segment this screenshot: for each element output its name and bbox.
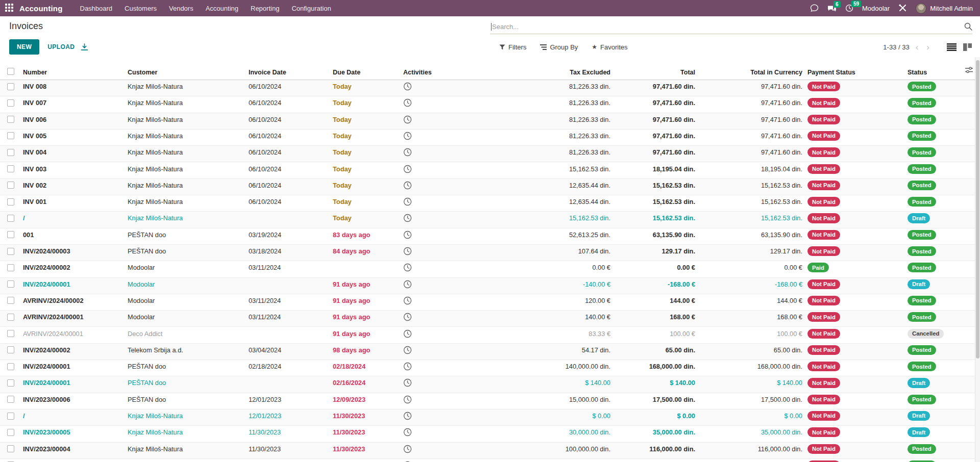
table-row[interactable]: / Knjaz Miloš-Natura Today 15,162.53 din…	[0, 212, 980, 228]
kanban-view-icon[interactable]	[963, 43, 972, 51]
table-row[interactable]: INV 002 Knjaz Miloš-Natura 06/10/2024 To…	[0, 179, 980, 195]
table-row[interactable]: INV 007 Knjaz Miloš-Natura 06/10/2024 To…	[0, 96, 980, 113]
header-total[interactable]: Total	[610, 62, 695, 76]
table-row[interactable]: INV/2023/00006 PEŠTAN doo 12/01/2023 12/…	[0, 393, 980, 409]
row-checkbox[interactable]	[7, 330, 14, 337]
activity-clock-icon[interactable]	[403, 362, 412, 371]
row-checkbox[interactable]	[7, 429, 14, 436]
table-row[interactable]: INV/2024/00003 PEŠTAN doo 03/18/2024 84 …	[0, 245, 980, 261]
header-customer[interactable]: Customer	[128, 62, 249, 76]
table-row[interactable]: INV 006 Knjaz Miloš-Natura 06/10/2024 To…	[0, 113, 980, 130]
activity-clock-icon[interactable]	[403, 132, 412, 140]
header-number[interactable]: Number	[23, 62, 128, 76]
favorites-button[interactable]: ★ Favorites	[592, 43, 627, 51]
row-checkbox[interactable]	[7, 379, 14, 387]
list-view-icon[interactable]	[947, 43, 957, 51]
activity-clock-icon[interactable]	[403, 165, 412, 173]
menu-accounting[interactable]: Accounting	[200, 2, 244, 15]
table-row[interactable]: Not Paid Posted	[0, 459, 980, 462]
activities-clock-icon[interactable]: 59	[845, 4, 853, 12]
activity-clock-icon[interactable]	[403, 346, 412, 354]
table-row[interactable]: INV/2023/00004 Knjaz Miloš-Natura 11/30/…	[0, 443, 980, 459]
header-total-in-currency[interactable]: Total in Currency	[695, 62, 802, 76]
row-checkbox[interactable]	[7, 165, 14, 172]
app-name[interactable]: Accounting	[19, 4, 63, 13]
activity-clock-icon[interactable]	[403, 412, 412, 420]
select-all-checkbox[interactable]	[7, 68, 14, 75]
row-checkbox[interactable]	[7, 231, 14, 238]
row-checkbox[interactable]	[7, 198, 14, 206]
activity-clock-icon[interactable]	[403, 247, 412, 255]
search-icon[interactable]	[964, 22, 972, 31]
table-row[interactable]: INV 003 Knjaz Miloš-Natura 06/10/2024 To…	[0, 162, 980, 178]
menu-vendors[interactable]: Vendors	[163, 2, 200, 15]
activity-clock-icon[interactable]	[403, 445, 412, 453]
header-invoice-date[interactable]: Invoice Date	[249, 62, 333, 76]
activity-clock-icon[interactable]	[403, 313, 412, 321]
row-checkbox[interactable]	[7, 264, 14, 271]
filters-button[interactable]: Filters	[499, 43, 526, 51]
upload-button[interactable]: UPLOAD	[47, 43, 75, 50]
table-row[interactable]: INV/2024/00001 PEŠTAN doo 02/18/2024 02/…	[0, 360, 980, 376]
menu-reporting[interactable]: Reporting	[244, 2, 285, 15]
table-row[interactable]: INV/2024/00002 Telekom Srbija a.d. 03/04…	[0, 344, 980, 360]
table-row[interactable]: INV/2024/00001 PEŠTAN doo 02/16/2024 $ 1…	[0, 376, 980, 393]
row-checkbox[interactable]	[7, 413, 14, 420]
table-row[interactable]: INV/2024/00001 Modoolar 91 days ago -140…	[0, 278, 980, 294]
header-activities[interactable]: Activities	[403, 62, 454, 76]
row-checkbox[interactable]	[7, 363, 14, 370]
activity-clock-icon[interactable]	[403, 197, 412, 206]
search-bar[interactable]	[490, 19, 972, 34]
activity-clock-icon[interactable]	[403, 428, 412, 437]
optional-columns-icon[interactable]	[965, 67, 973, 75]
table-row[interactable]: AVRINV/2024/00001 Modoolar 03/11/2024 91…	[0, 311, 980, 327]
new-button[interactable]: NEW	[9, 39, 39, 55]
table-row[interactable]: INV 001 Knjaz Miloš-Natura 06/10/2024 To…	[0, 195, 980, 212]
table-row[interactable]: / Knjaz Miloš-Natura 12/01/2023 11/30/20…	[0, 409, 980, 426]
search-input[interactable]	[492, 23, 964, 31]
row-checkbox[interactable]	[7, 116, 14, 123]
header-tax-excluded[interactable]: Tax Excluded	[454, 62, 610, 76]
row-checkbox[interactable]	[7, 132, 14, 139]
apps-menu-icon[interactable]	[5, 4, 14, 13]
table-row[interactable]: 001 PEŠTAN doo 03/19/2024 83 days ago 52…	[0, 228, 980, 245]
activity-clock-icon[interactable]	[403, 378, 412, 387]
table-row[interactable]: INV 004 Knjaz Miloš-Natura 06/10/2024 To…	[0, 146, 980, 162]
menu-dashboard[interactable]: Dashboard	[74, 2, 119, 15]
messages-icon[interactable]: 6	[827, 5, 837, 12]
menu-configuration[interactable]: Configuration	[285, 2, 337, 15]
row-checkbox[interactable]	[7, 149, 14, 156]
table-row[interactable]: INV/2023/00005 Knjaz Miloš-Natura 11/30/…	[0, 426, 980, 442]
user-menu[interactable]: Mitchell Admin	[916, 3, 973, 14]
row-checkbox[interactable]	[7, 297, 14, 304]
import-records-icon[interactable]	[81, 43, 88, 51]
table-row[interactable]: INV 008 Knjaz Miloš-Natura 06/10/2024 To…	[0, 80, 980, 96]
activity-clock-icon[interactable]	[403, 115, 412, 124]
activity-clock-icon[interactable]	[403, 98, 412, 107]
header-payment-status[interactable]: Payment Status	[802, 62, 902, 76]
activity-clock-icon[interactable]	[403, 280, 412, 289]
row-checkbox[interactable]	[7, 280, 14, 288]
row-checkbox[interactable]	[7, 314, 14, 321]
table-row[interactable]: INV 005 Knjaz Miloš-Natura 06/10/2024 To…	[0, 130, 980, 146]
activity-clock-icon[interactable]	[403, 395, 412, 404]
row-checkbox[interactable]	[7, 396, 14, 403]
activity-clock-icon[interactable]	[403, 82, 412, 91]
activity-clock-icon[interactable]	[403, 263, 412, 272]
row-checkbox[interactable]	[7, 99, 14, 107]
discuss-bubble-icon[interactable]	[810, 4, 819, 12]
table-row[interactable]: AVRINV/2024/00002 Modoolar 03/11/2024 91…	[0, 294, 980, 311]
row-checkbox[interactable]	[7, 215, 14, 222]
group-by-button[interactable]: Group By	[540, 43, 578, 51]
company-switcher[interactable]: Modoolar	[862, 5, 890, 12]
table-row[interactable]: INV/2024/00002 Modoolar 03/11/2024 0.00 …	[0, 261, 980, 277]
vertical-scrollbar[interactable]	[975, 57, 980, 462]
row-checkbox[interactable]	[7, 248, 14, 255]
row-checkbox[interactable]	[7, 445, 14, 452]
activity-clock-icon[interactable]	[403, 181, 412, 190]
row-checkbox[interactable]	[7, 83, 14, 90]
header-due-date[interactable]: Due Date	[333, 62, 403, 76]
activity-clock-icon[interactable]	[403, 329, 412, 338]
activity-clock-icon[interactable]	[403, 214, 412, 222]
row-checkbox[interactable]	[7, 182, 14, 189]
